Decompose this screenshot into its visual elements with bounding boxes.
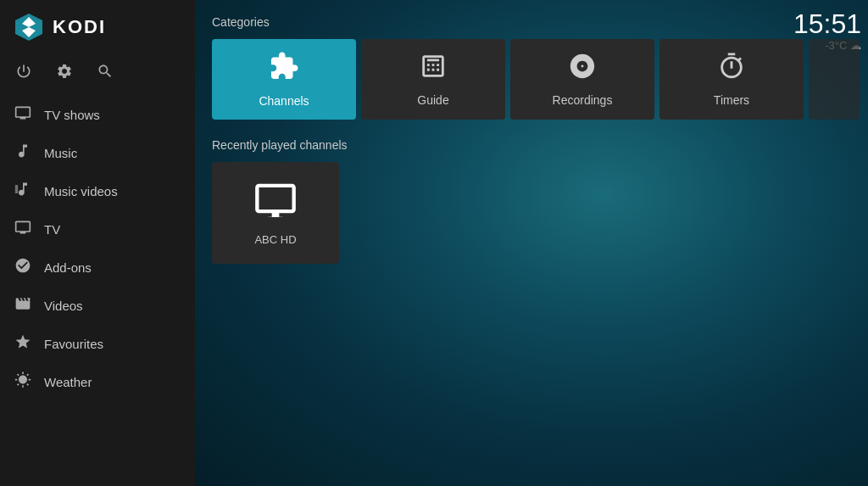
weather-icon xyxy=(14,371,32,393)
timers-label: Timers xyxy=(714,93,749,107)
tv-icon xyxy=(14,219,32,240)
category-guide[interactable]: Guide xyxy=(361,39,505,120)
category-timers[interactable]: Timers xyxy=(659,39,804,120)
recordings-icon xyxy=(568,52,597,87)
app-header: KODI xyxy=(0,0,195,54)
app-title: KODI xyxy=(53,16,106,38)
sidebar-item-favourites[interactable]: Favourites xyxy=(0,325,195,363)
guide-icon xyxy=(419,52,448,87)
sidebar-item-add-ons-label: Add-ons xyxy=(44,260,92,275)
power-button[interactable] xyxy=(15,63,32,84)
main-content: 15:51 -3°C ☁ Categories Channels xyxy=(195,0,868,486)
sidebar-item-music-label: Music xyxy=(44,146,77,160)
settings-button[interactable] xyxy=(56,63,73,84)
search-button[interactable] xyxy=(97,63,114,84)
categories-row: Channels Guide Recordings xyxy=(212,39,860,120)
channels-list: ABC HD xyxy=(212,162,860,264)
sidebar-item-videos-label: Videos xyxy=(44,299,83,313)
addon-icon xyxy=(14,257,32,278)
videos-icon xyxy=(14,295,32,316)
sidebar-item-music-videos[interactable]: Music videos xyxy=(0,172,195,210)
music-videos-icon xyxy=(14,181,32,202)
categories-section: Categories Channels Guide xyxy=(212,15,860,138)
channels-label: Channels xyxy=(259,94,309,108)
sidebar-item-tv-label: TV xyxy=(44,222,60,237)
recordings-label: Recordings xyxy=(553,93,613,107)
svg-rect-2 xyxy=(15,185,18,193)
sidebar-item-weather-label: Weather xyxy=(44,375,92,389)
channel-abc-hd[interactable]: ABC HD xyxy=(212,162,339,264)
sidebar-item-add-ons[interactable]: Add-ons xyxy=(0,249,195,287)
timers-icon xyxy=(717,52,746,87)
recently-played-label: Recently played channels xyxy=(212,138,860,152)
sidebar-item-tv-shows[interactable]: TV shows xyxy=(0,96,195,134)
sidebar-action-icons xyxy=(0,54,195,96)
channels-icon xyxy=(269,51,299,87)
sidebar-item-tv[interactable]: TV xyxy=(0,210,195,249)
category-recordings[interactable]: Recordings xyxy=(510,39,654,120)
kodi-logo-icon xyxy=(14,12,44,42)
sidebar: KODI TV shows xyxy=(0,0,195,486)
favourites-icon xyxy=(14,333,32,355)
music-icon xyxy=(14,142,32,164)
sidebar-item-music[interactable]: Music xyxy=(0,134,195,172)
channel-tv-icon xyxy=(253,180,298,225)
recently-played-section: Recently played channels ABC HD xyxy=(212,138,860,264)
category-channels[interactable]: Channels xyxy=(212,39,356,120)
sidebar-item-favourites-label: Favourites xyxy=(44,337,103,351)
category-overflow xyxy=(809,39,860,120)
sidebar-item-music-videos-label: Music videos xyxy=(44,184,118,198)
channel-label: ABC HD xyxy=(254,233,296,246)
categories-label: Categories xyxy=(212,15,860,29)
sidebar-item-tv-shows-label: TV shows xyxy=(44,108,100,122)
sidebar-item-weather[interactable]: Weather xyxy=(0,363,195,401)
tv-shows-icon xyxy=(14,104,32,126)
sidebar-nav: TV shows Music Music videos TV xyxy=(0,96,195,486)
sidebar-item-videos[interactable]: Videos xyxy=(0,287,195,325)
clock-display: 15:51 xyxy=(793,10,861,37)
guide-label: Guide xyxy=(417,93,448,107)
